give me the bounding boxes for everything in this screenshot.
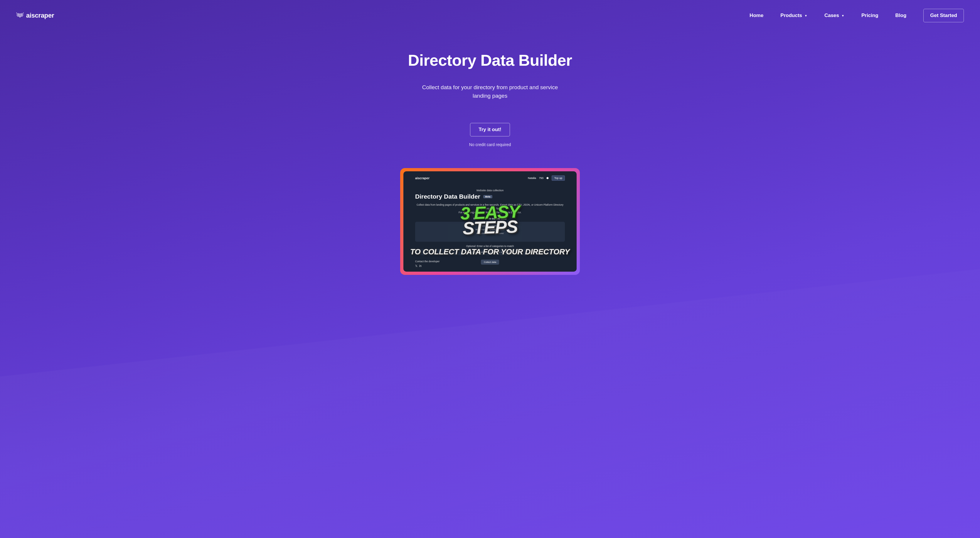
nav-cases[interactable]: Cases ▼	[824, 13, 844, 19]
main-nav: Home Products ▼ Cases ▼ Pricing Blog Get…	[749, 9, 964, 22]
preview-logo: aiscraper	[415, 176, 430, 180]
topup-button: Top up	[552, 175, 565, 181]
overlay-bottom-text: TO COLLECT DATA FOR YOUR DIRECTORY	[410, 247, 570, 256]
preview-header: aiscraper Natalia 793 ⬢ Top up	[415, 175, 565, 181]
page-title: Directory Data Builder	[0, 51, 980, 69]
owl-icon	[16, 12, 24, 19]
nav-pricing-label: Pricing	[861, 13, 878, 19]
logo-text: aiscraper	[26, 12, 54, 19]
svg-point-2	[18, 15, 19, 16]
preview-urls-textarea: https://aiscraper.co/ https://unicornpla…	[415, 222, 565, 242]
sample-url-3: https://www.semrush.com/	[418, 232, 562, 236]
try-it-button[interactable]: Try it out!	[470, 123, 510, 136]
preview-title-text: Directory Data Builder	[415, 193, 480, 200]
chevron-down-icon: ▼	[842, 14, 844, 17]
sample-url-1: https://aiscraper.co/	[418, 224, 562, 228]
preview-user-name: Natalia	[528, 176, 536, 179]
sample-url-2: https://unicornplatform.com/	[418, 228, 562, 232]
beta-badge: Beta	[483, 195, 492, 198]
nav-cases-label: Cases	[824, 13, 839, 19]
preview-urls-label: Enter URLs to collect data	[415, 217, 565, 220]
linkedin-icon: in	[419, 264, 422, 268]
preview-breadcrumb: Website data collection	[415, 189, 565, 192]
nav-products[interactable]: Products ▼	[780, 13, 807, 19]
svg-point-3	[21, 15, 22, 16]
preview-card[interactable]: aiscraper Natalia 793 ⬢ Top up Website d…	[400, 168, 580, 275]
no-credit-text: No credit card required	[0, 142, 980, 147]
preview-inner: aiscraper Natalia 793 ⬢ Top up Website d…	[403, 171, 577, 271]
preview-desc-1: Collect data from landing pages of produ…	[417, 203, 563, 210]
nav-pricing[interactable]: Pricing	[861, 13, 878, 19]
page-subtitle: Collect data for your directory from pro…	[420, 83, 560, 100]
nav-blog[interactable]: Blog	[896, 13, 907, 19]
coin-icon: ⬢	[546, 176, 549, 179]
chevron-down-icon: ▼	[805, 14, 807, 17]
nav-home-label: Home	[749, 13, 763, 19]
logo[interactable]: aiscraper	[16, 12, 54, 19]
preview-description: Collect data from landing pages of produ…	[415, 203, 565, 214]
nav-blog-label: Blog	[896, 13, 907, 19]
social-icons: 𝕏 in	[415, 264, 439, 268]
hero-section: Directory Data Builder Collect data for …	[0, 31, 980, 275]
nav-products-label: Products	[780, 13, 802, 19]
x-icon: 𝕏	[415, 264, 417, 268]
nav-home[interactable]: Home	[749, 13, 763, 19]
get-started-button[interactable]: Get Started	[923, 9, 964, 22]
preview-desc-2: For extracting data from lists, use the …	[458, 211, 522, 214]
contact-label: Contact the developer	[415, 260, 439, 263]
contact-developer: Contact the developer 𝕏 in	[415, 260, 439, 268]
preview-user-balance: 793	[539, 176, 543, 179]
preview-user-info: Natalia 793 ⬢ Top up	[528, 175, 565, 181]
preview-title: Directory Data Builder Beta	[415, 193, 565, 200]
collect-data-button: Collect data	[481, 260, 499, 265]
page-header: aiscraper Home Products ▼ Cases ▼ Pricin…	[0, 0, 980, 31]
